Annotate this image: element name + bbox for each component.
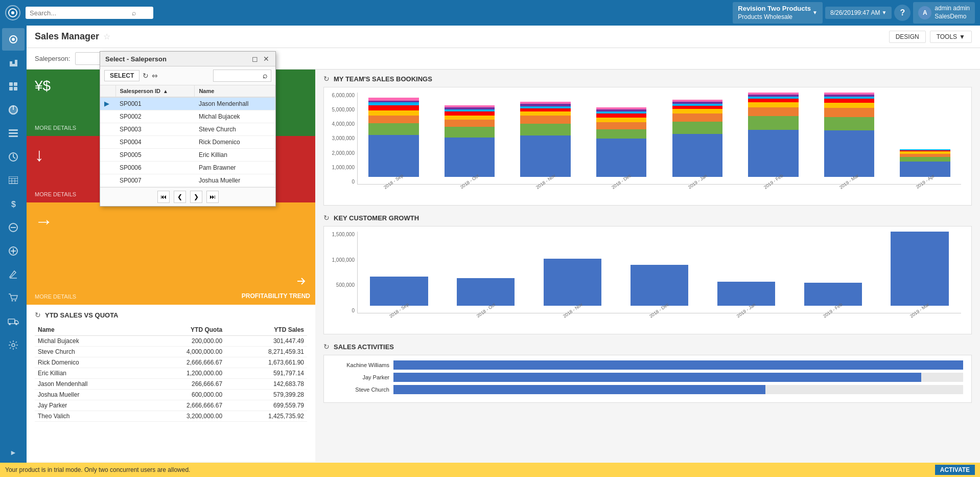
dialog-row[interactable]: SP0003Steve Church bbox=[100, 123, 275, 136]
sidebar-item-truck[interactable] bbox=[2, 310, 25, 333]
search-input[interactable] bbox=[30, 9, 132, 17]
sidebar-item-clock[interactable] bbox=[2, 146, 25, 168]
customer-refresh-icon[interactable]: ↻ bbox=[323, 214, 330, 222]
dialog-row[interactable]: SP0004Rick Domenico bbox=[100, 136, 275, 149]
bar-group: 2018 - Oct bbox=[434, 93, 506, 184]
ytd-sales: 301,447.49 bbox=[225, 336, 307, 347]
sidebar-item-table[interactable] bbox=[2, 169, 25, 192]
customer-growth-title: KEY CUSTOMER GROWTH bbox=[334, 214, 419, 222]
kpi-red-more[interactable]: MORE DETAILS bbox=[35, 191, 76, 197]
pager-last-button[interactable]: ⏭ bbox=[206, 191, 219, 203]
dialog-id: SP0005 bbox=[115, 149, 195, 162]
pager-first-button[interactable]: ⏮ bbox=[157, 191, 170, 203]
favorite-icon[interactable]: ☆ bbox=[103, 32, 110, 41]
company-selector[interactable]: Revision Two Products Products Wholesale… bbox=[733, 2, 823, 24]
dialog-row[interactable]: SP0005Eric Killian bbox=[100, 149, 275, 162]
svg-point-30 bbox=[9, 323, 11, 325]
bar-segment bbox=[596, 129, 646, 139]
ytd-sales: 579,399.28 bbox=[225, 390, 307, 400]
pager-next-button[interactable]: ❯ bbox=[190, 191, 202, 203]
bar-group: 2018 - Sep bbox=[358, 93, 430, 184]
sidebar-item-edit[interactable] bbox=[2, 263, 25, 286]
sidebar-item-analytics[interactable] bbox=[2, 52, 25, 74]
sales-refresh-icon[interactable]: ↻ bbox=[323, 75, 330, 83]
bar-segment bbox=[824, 103, 874, 108]
sidebar-item-dashboard[interactable] bbox=[2, 75, 25, 98]
date-selector[interactable]: 8/26/2019 9:47 AM ▼ bbox=[825, 7, 892, 19]
sidebar-item-settings[interactable] bbox=[2, 334, 25, 356]
dialog-columns-icon[interactable]: ⇔ bbox=[152, 72, 158, 80]
growth-bars-area: 2018 - Sep2018 - Oct2018 - Nov2018 - Dec… bbox=[357, 232, 961, 313]
sidebar-item-list[interactable] bbox=[2, 122, 25, 145]
dialog-refresh-icon[interactable]: ↻ bbox=[143, 72, 149, 80]
ytd-sales: 591,797.14 bbox=[225, 368, 307, 379]
search-icon: ⌕ bbox=[132, 9, 136, 17]
dialog-row[interactable]: SP0002Michal Bujacek bbox=[100, 110, 275, 123]
table-row: Rick Domenico2,666,666.671,673,661.90 bbox=[35, 357, 307, 368]
svg-point-27 bbox=[12, 300, 13, 302]
row-indicator bbox=[100, 174, 115, 187]
dialog-search[interactable]: ⌕ bbox=[213, 70, 271, 82]
kpi-yellow-more[interactable]: MORE DETAILS bbox=[35, 293, 76, 300]
h-bar-label: Kachine Williams bbox=[332, 362, 393, 368]
ytd-refresh-icon[interactable]: ↻ bbox=[35, 311, 41, 319]
dialog-row[interactable]: ▶SP0001Jason Mendenhall bbox=[100, 97, 275, 110]
sidebar-item-charts[interactable] bbox=[2, 99, 25, 121]
row-indicator bbox=[100, 149, 115, 162]
arrow-right-yellow[interactable] bbox=[295, 275, 307, 289]
time-value: 9:47 AM bbox=[857, 9, 880, 16]
dialog-close-button[interactable]: ✕ bbox=[262, 55, 270, 63]
dialog-col-id[interactable]: Salesperson ID ▲ bbox=[115, 85, 195, 97]
bar-segment bbox=[520, 111, 570, 116]
bar-segment bbox=[596, 139, 646, 177]
sidebar-item-dollar[interactable]: $ bbox=[2, 193, 25, 215]
dialog-row[interactable]: SP0006Pam Brawner bbox=[100, 162, 275, 174]
table-row: Joshua Mueller600,000.00579,399.28 bbox=[35, 390, 307, 400]
pager-prev-button[interactable]: ❮ bbox=[174, 191, 186, 203]
help-button[interactable]: ? bbox=[894, 5, 911, 21]
activate-button[interactable]: ACTIVATE bbox=[935, 465, 975, 475]
simple-bar bbox=[457, 278, 515, 306]
bar-segment bbox=[900, 162, 950, 177]
ytd-quota: 2,666,666.67 bbox=[144, 357, 225, 368]
bar-group: 2019 - Feb bbox=[791, 232, 874, 313]
search-box[interactable]: ⌕ bbox=[26, 7, 153, 19]
svg-text:$: $ bbox=[11, 200, 16, 209]
dialog-row[interactable]: SP0007Joshua Mueller bbox=[100, 174, 275, 187]
dialog-col-name[interactable]: Name bbox=[195, 85, 275, 97]
sidebar-item-subtract[interactable] bbox=[2, 216, 25, 239]
bar-segment bbox=[520, 124, 570, 135]
svg-point-31 bbox=[15, 323, 17, 325]
sidebar-item-cart[interactable] bbox=[2, 287, 25, 309]
ytd-col-quota: YTD Quota bbox=[144, 324, 225, 336]
ytd-quota: 2,666,666.67 bbox=[144, 400, 225, 411]
ytd-col-sales: YTD Sales bbox=[225, 324, 307, 336]
bar-segment bbox=[748, 116, 798, 130]
date-chevron-icon: ▼ bbox=[881, 10, 886, 15]
sales-bookings-section: ↻ MY TEAM'S SALES BOOKINGS 6,000,000 5,0… bbox=[323, 75, 972, 206]
svg-point-32 bbox=[12, 344, 15, 347]
ytd-quota: 4,000,000.00 bbox=[144, 347, 225, 357]
ytd-col-name: Name bbox=[35, 324, 144, 336]
dialog-restore-button[interactable]: ◻ bbox=[251, 55, 259, 63]
sidebar-expand[interactable]: ► bbox=[2, 445, 25, 460]
design-button[interactable]: DESIGN bbox=[889, 31, 926, 43]
app-logo[interactable] bbox=[5, 5, 20, 20]
sales-bookings-header: ↻ MY TEAM'S SALES BOOKINGS bbox=[323, 75, 972, 83]
customer-growth-section: ↻ KEY CUSTOMER GROWTH 1,500,000 1,000,00… bbox=[323, 214, 972, 334]
ytd-name: Jay Parker bbox=[35, 400, 144, 411]
growth-y-axis: 1,500,000 1,000,000 500,000 0 bbox=[324, 232, 357, 313]
kpi-green-more[interactable]: MORE DETAILS bbox=[35, 125, 76, 131]
sidebar-item-home[interactable] bbox=[2, 28, 25, 51]
dialog-search-input[interactable] bbox=[217, 72, 263, 79]
dialog-name: Pam Brawner bbox=[195, 162, 275, 174]
stacked-bar-chart: 6,000,000 5,000,000 4,000,000 3,000,000 … bbox=[324, 87, 971, 205]
svg-point-1 bbox=[11, 11, 14, 14]
activities-refresh-icon[interactable]: ↻ bbox=[323, 343, 330, 351]
company-name: Revision Two Products bbox=[738, 5, 811, 13]
user-menu[interactable]: A admin admin SalesDemo bbox=[913, 2, 975, 23]
dialog-select-button[interactable]: SELECT bbox=[104, 70, 139, 81]
tools-button[interactable]: TOOLS ▼ bbox=[930, 31, 972, 43]
sidebar-item-add[interactable] bbox=[2, 240, 25, 262]
simple-bar bbox=[370, 277, 428, 306]
